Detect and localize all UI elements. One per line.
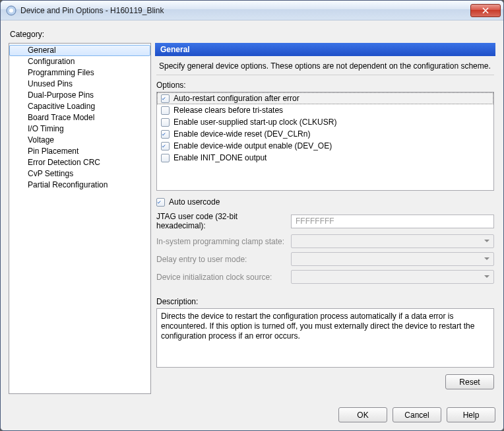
category-item[interactable]: Error Detection CRC [9,157,150,168]
category-item[interactable]: CvP Settings [9,168,150,180]
option-checkbox[interactable] [161,130,170,139]
initclk-label: Device initialization clock source: [156,273,288,282]
auto-usercode-checkbox[interactable] [156,198,165,207]
option-label: Enable INIT_DONE output [173,152,267,163]
panel-header: General [155,43,495,56]
category-item[interactable]: Unused Pins [9,79,150,90]
reset-row: Reset [156,374,494,389]
delay-combo [291,252,494,266]
category-item[interactable]: Dual-Purpose Pins [9,90,150,101]
option-label: Enable user-supplied start-up clock (CLK… [173,117,336,127]
help-button[interactable]: Help [447,407,495,422]
option-row[interactable]: Auto-restart configuration after error [157,92,493,104]
split-pane: GeneralConfigurationProgramming FilesUnu… [9,43,495,394]
option-checkbox[interactable] [161,118,170,127]
reset-button[interactable]: Reset [445,374,494,389]
close-button[interactable] [470,4,501,17]
category-item[interactable]: Board Trace Model [9,112,150,123]
main-panel: General Specify general device options. … [155,43,495,394]
ok-button[interactable]: OK [338,407,387,422]
initclk-row: Device initialization clock source: [156,270,494,284]
option-checkbox[interactable] [161,106,170,115]
check-icon [162,131,166,138]
jtag-label: JTAG user code (32-bit hexadecimal): [156,212,288,230]
jtag-row: JTAG user code (32-bit hexadecimal): [156,212,494,230]
check-icon [162,95,166,102]
dialog-footer: OK Cancel Help [1,401,503,430]
category-item[interactable]: Programming Files [9,67,150,79]
clamp-row: In-system programming clamp state: [156,234,494,248]
option-checkbox[interactable] [161,94,170,103]
app-icon [6,5,16,16]
option-row[interactable]: Release clears before tri-states [157,104,493,116]
auto-usercode-label: Auto usercode [169,197,220,207]
cancel-button[interactable]: Cancel [393,407,441,422]
delay-label: Delay entry to user mode: [156,255,288,264]
clamp-combo [291,234,494,248]
options-listbox[interactable]: Auto-restart configuration after errorRe… [156,92,494,191]
dialog-body: Category: GeneralConfigurationProgrammin… [1,20,503,401]
category-label: Category: [10,30,495,39]
option-row[interactable]: Enable device-wide reset (DEV_CLRn) [157,128,493,140]
auto-usercode-row[interactable]: Auto usercode [156,197,494,207]
option-row[interactable]: Enable user-supplied start-up clock (CLK… [157,116,493,128]
option-label: Enable device-wide output enable (DEV_OE… [173,141,332,151]
option-checkbox[interactable] [161,154,170,162]
category-item[interactable]: Configuration [9,56,150,67]
panel-description: Specify general device options. These op… [156,56,494,75]
option-label: Release clears before tri-states [173,105,283,116]
category-item[interactable]: Partial Reconfiguration [9,180,150,191]
check-icon [162,143,166,150]
category-item[interactable]: I/O Timing [9,123,150,135]
option-checkbox[interactable] [161,142,170,150]
window-title: Device and Pin Options - H160119_Blink [20,6,470,15]
option-row[interactable]: Enable device-wide output enable (DEV_OE… [157,140,493,152]
category-item[interactable]: Pin Placement [9,146,150,157]
close-icon [482,7,489,14]
category-item[interactable]: Capacitive Loading [9,101,150,112]
category-item[interactable]: Voltage [9,135,150,146]
description-label: Description: [156,297,494,306]
titlebar[interactable]: Device and Pin Options - H160119_Blink [1,1,503,20]
option-row[interactable]: Enable INIT_DONE output [157,152,493,164]
options-label: Options: [156,81,494,90]
category-item[interactable]: General [9,45,150,56]
jtag-input [291,215,494,228]
option-label: Enable device-wide reset (DEV_CLRn) [173,129,310,139]
description-box[interactable]: Directs the device to restart the config… [156,308,494,368]
clamp-label: In-system programming clamp state: [156,237,288,246]
option-label: Auto-restart configuration after error [173,93,299,104]
delay-row: Delay entry to user mode: [156,252,494,266]
initclk-combo [291,270,494,284]
check-icon [157,199,161,206]
dialog-window: Device and Pin Options - H160119_Blink C… [0,0,504,431]
category-tree[interactable]: GeneralConfigurationProgramming FilesUnu… [9,43,151,394]
